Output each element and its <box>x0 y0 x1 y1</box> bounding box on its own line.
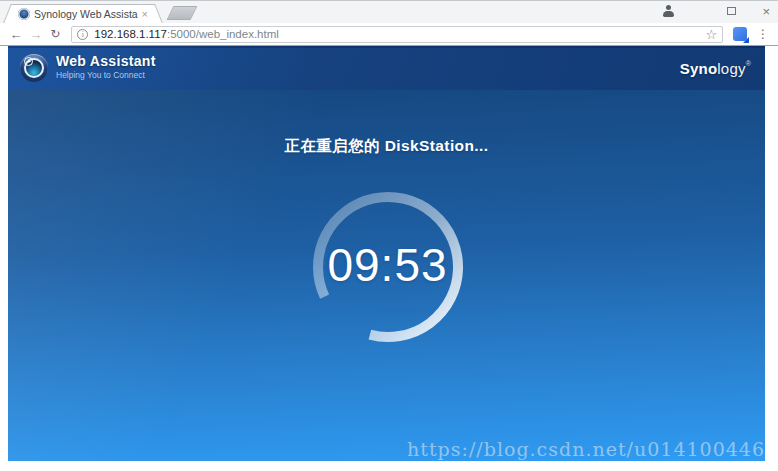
status-title: 正在重启您的 DiskStation... <box>8 136 765 157</box>
synology-logo-bold: Syno <box>680 60 717 77</box>
address-bar[interactable]: i 192.168.1.117:5000/web_index.html ☆ <box>71 26 723 43</box>
tab-strip: Synology Web Assistant × × <box>0 1 778 23</box>
synology-logo: Synology® <box>680 60 751 77</box>
back-icon[interactable]: ← <box>6 28 26 41</box>
close-window-button[interactable]: × <box>762 5 770 18</box>
browser-toolbar: ← → ↻ i 192.168.1.117:5000/web_index.htm… <box>0 23 778 46</box>
tab-title: Synology Web Assistant <box>34 8 138 20</box>
browser-tab[interactable]: Synology Web Assistant × <box>14 4 152 23</box>
app-body: 正在重启您的 DiskStation... 09:53 <box>8 90 765 461</box>
tab-close-icon[interactable]: × <box>142 9 148 20</box>
forward-icon[interactable]: → <box>26 28 46 41</box>
app-title-block: Web Assistant Helping You to Connect <box>56 53 156 80</box>
web-assistant-app: + Web Assistant Helping You to Connect S… <box>8 46 765 461</box>
countdown-timer: 09:53 <box>238 238 538 292</box>
url-path: :5000/web_index.html <box>167 28 279 40</box>
maximize-button[interactable] <box>727 5 736 17</box>
synology-logo-light: logy <box>717 60 745 77</box>
maximize-icon <box>727 7 736 15</box>
new-tab-button[interactable] <box>167 6 198 20</box>
watermark-text: https://blog.csdn.net/u014100446 <box>407 438 765 460</box>
chrome-menu-icon[interactable]: ⋮ <box>757 28 769 40</box>
extension-icon[interactable] <box>733 27 747 41</box>
browser-window: Synology Web Assistant × × ← → ↻ i 192.1… <box>0 0 778 472</box>
synology-favicon-icon <box>18 8 30 20</box>
profile-icon[interactable] <box>662 5 675 18</box>
bookmark-star-icon[interactable]: ☆ <box>706 28 718 41</box>
reload-icon[interactable]: ↻ <box>46 28 66 40</box>
url-text: 192.168.1.117:5000/web_index.html <box>94 28 705 40</box>
page-viewport: + Web Assistant Helping You to Connect S… <box>0 46 778 472</box>
url-host: 192.168.1.117 <box>94 28 167 40</box>
browser-chrome: Synology Web Assistant × × ← → ↻ i 192.1… <box>0 1 778 46</box>
app-tagline: Helping You to Connect <box>56 70 156 80</box>
window-controls: × <box>662 1 770 21</box>
app-header: + Web Assistant Helping You to Connect S… <box>8 46 765 90</box>
logo-plus-icon: + <box>24 57 33 66</box>
page-info-icon[interactable]: i <box>77 29 88 40</box>
app-name: Web Assistant <box>56 53 156 69</box>
web-assistant-logo-icon: + <box>20 54 48 82</box>
registered-trademark: ® <box>746 60 751 67</box>
